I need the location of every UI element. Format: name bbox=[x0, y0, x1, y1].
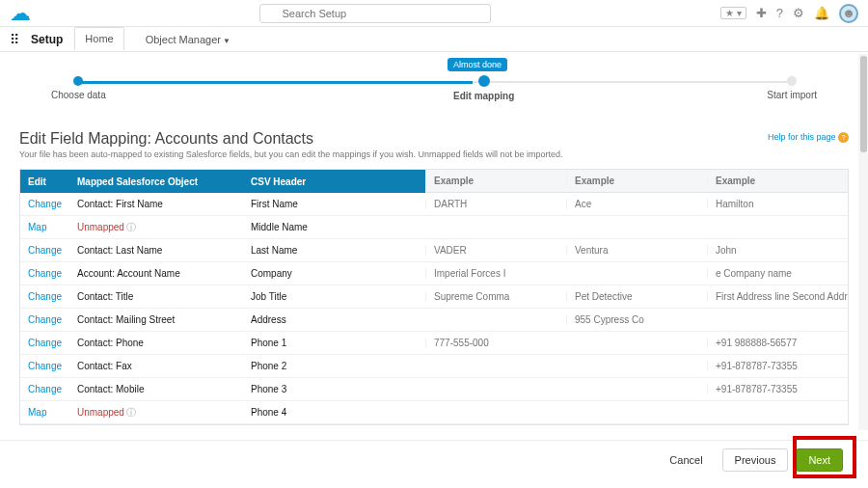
help-question-icon: ? bbox=[838, 132, 849, 143]
example-cell: Ventura bbox=[566, 245, 707, 256]
app-launcher-icon[interactable]: ⠿ bbox=[10, 32, 19, 47]
navbar: ⠿ Setup Home Object Manager▼ bbox=[0, 27, 868, 52]
example-cell: 955 Cypress Co bbox=[566, 314, 707, 325]
example-cell: +91-878787-73355 bbox=[707, 384, 848, 394]
example-cell: Ace bbox=[566, 199, 707, 209]
csv-header: Job Title bbox=[247, 291, 425, 302]
table-row: ChangeContact: MobilePhone 3 bbox=[20, 378, 425, 401]
search-container: ⌕ bbox=[39, 4, 713, 23]
example-cell: 777-555-000 bbox=[425, 338, 566, 348]
table-row: +91-878787-73355 bbox=[425, 378, 848, 401]
change-link[interactable]: Change bbox=[20, 245, 73, 256]
example-cell: Hamilton bbox=[707, 199, 848, 209]
map-link[interactable]: Map bbox=[20, 407, 73, 418]
table-row: Supreme CommaPet DetectiveFirst Address … bbox=[425, 285, 848, 309]
change-link[interactable]: Change bbox=[20, 199, 73, 209]
table-row: ChangeContact: PhonePhone 1 bbox=[20, 332, 425, 355]
example-cell: First Address line Second Address line bbox=[707, 291, 848, 302]
change-link[interactable]: Change bbox=[20, 291, 73, 302]
example-cell: DARTH bbox=[425, 199, 566, 209]
csv-header: Phone 2 bbox=[247, 361, 425, 371]
mapped-object: Contact: Mobile bbox=[73, 384, 247, 394]
mapped-object: Unmappedⓘ bbox=[73, 406, 247, 420]
csv-header: Phone 1 bbox=[247, 338, 425, 348]
favorites-dropdown[interactable]: ★ ▾ bbox=[720, 7, 746, 19]
example-cell: John bbox=[707, 245, 848, 256]
table-header-examples: Example Example Example bbox=[425, 170, 848, 193]
step-choose-data[interactable]: Choose data bbox=[51, 76, 106, 100]
table-row: VADERVenturaJohn bbox=[425, 239, 848, 262]
csv-header: First Name bbox=[247, 199, 425, 209]
example-cell: +91-878787-73355 bbox=[707, 361, 848, 371]
change-link[interactable]: Change bbox=[20, 384, 73, 394]
table-header-left: Edit Mapped Salesforce Object CSV Header bbox=[20, 170, 425, 193]
cancel-button[interactable]: Cancel bbox=[658, 449, 714, 471]
example-cell: e Company name bbox=[707, 268, 848, 279]
avatar[interactable]: ☻ bbox=[839, 4, 858, 23]
csv-header: Company bbox=[247, 268, 425, 279]
salesforce-logo-icon: ☁ bbox=[10, 1, 31, 26]
page-header: Edit Field Mapping: Accounts and Contact… bbox=[19, 130, 849, 159]
example-cell: Supreme Comma bbox=[425, 291, 566, 302]
info-icon: ⓘ bbox=[126, 407, 136, 418]
tab-object-manager[interactable]: Object Manager▼ bbox=[136, 29, 240, 50]
table-row: ChangeContact: FaxPhone 2 bbox=[20, 355, 425, 378]
setup-label: Setup bbox=[31, 33, 63, 46]
table-row: MapUnmappedⓘMiddle Name bbox=[20, 216, 425, 239]
mapped-object: Account: Account Name bbox=[73, 268, 247, 279]
table-row: MapUnmappedⓘPhone 4 bbox=[20, 401, 425, 424]
table-row bbox=[425, 216, 848, 239]
wizard-steps: Almost done Choose data Edit mapping Sta… bbox=[19, 60, 849, 113]
page-subtitle: Your file has been auto-mapped to existi… bbox=[19, 149, 849, 159]
notifications-bell-icon[interactable]: 🔔 bbox=[814, 6, 829, 20]
csv-header: Phone 4 bbox=[247, 407, 425, 418]
topbar: ☁ ⌕ ★ ▾ ✚ ? ⚙ 🔔 ☻ bbox=[0, 0, 868, 27]
table-row: 777-555-000+91 988888-56577 bbox=[425, 332, 848, 355]
csv-header: Address bbox=[247, 314, 425, 325]
change-link[interactable]: Change bbox=[20, 268, 73, 279]
table-row: DARTHAceHamilton bbox=[425, 193, 848, 216]
table-row: ChangeContact: TitleJob Title bbox=[20, 285, 425, 309]
csv-header: Last Name bbox=[247, 245, 425, 256]
mapped-object: Contact: First Name bbox=[73, 199, 247, 209]
map-link[interactable]: Map bbox=[20, 222, 73, 232]
mapped-object: Contact: Mailing Street bbox=[73, 314, 247, 325]
tab-home[interactable]: Home bbox=[74, 27, 123, 51]
search-input[interactable] bbox=[259, 4, 491, 23]
example-cell: VADER bbox=[425, 245, 566, 256]
step-start-import[interactable]: Start import bbox=[767, 76, 817, 100]
csv-header: Phone 3 bbox=[247, 384, 425, 394]
change-link[interactable]: Change bbox=[20, 338, 73, 348]
example-cell: Pet Detective bbox=[566, 291, 707, 302]
example-cell: +91 988888-56577 bbox=[707, 338, 848, 348]
add-icon[interactable]: ✚ bbox=[756, 6, 767, 20]
table-row: Imperial Forces Ie Company name bbox=[425, 262, 848, 285]
top-utilities: ★ ▾ ✚ ? ⚙ 🔔 ☻ bbox=[720, 4, 858, 23]
help-icon[interactable]: ? bbox=[776, 6, 783, 20]
mapped-object: Contact: Fax bbox=[73, 361, 247, 371]
table-row: 955 Cypress Co bbox=[425, 309, 848, 332]
info-icon: ⓘ bbox=[126, 222, 136, 232]
wizard-badge: Almost done bbox=[448, 58, 507, 71]
chevron-down-icon: ▼ bbox=[223, 37, 231, 45]
table-row: ChangeContact: Mailing StreetAddress bbox=[20, 309, 425, 332]
table-row: ChangeAccount: Account NameCompany bbox=[20, 262, 425, 285]
mapped-object: Contact: Last Name bbox=[73, 245, 247, 256]
table-row: ChangeContact: Last NameLast Name bbox=[20, 239, 425, 262]
next-button[interactable]: Next bbox=[796, 448, 843, 472]
mapped-object: Contact: Phone bbox=[73, 338, 247, 348]
step-edit-mapping[interactable]: Edit mapping bbox=[453, 76, 514, 101]
change-link[interactable]: Change bbox=[20, 314, 73, 325]
csv-header: Middle Name bbox=[247, 222, 425, 232]
mapped-object: Contact: Title bbox=[73, 291, 247, 302]
previous-button[interactable]: Previous bbox=[722, 448, 789, 472]
table-row bbox=[425, 401, 848, 424]
mapping-table: Edit Mapped Salesforce Object CSV Header… bbox=[19, 169, 849, 425]
settings-gear-icon[interactable]: ⚙ bbox=[793, 6, 804, 20]
footer: Cancel Previous Next bbox=[0, 440, 868, 478]
table-row: ChangeContact: First NameFirst Name bbox=[20, 193, 425, 216]
scrollbar[interactable] bbox=[858, 54, 868, 430]
help-for-page-link[interactable]: Help for this page ? bbox=[768, 132, 849, 143]
example-cell: Imperial Forces I bbox=[425, 268, 566, 279]
change-link[interactable]: Change bbox=[20, 361, 73, 371]
